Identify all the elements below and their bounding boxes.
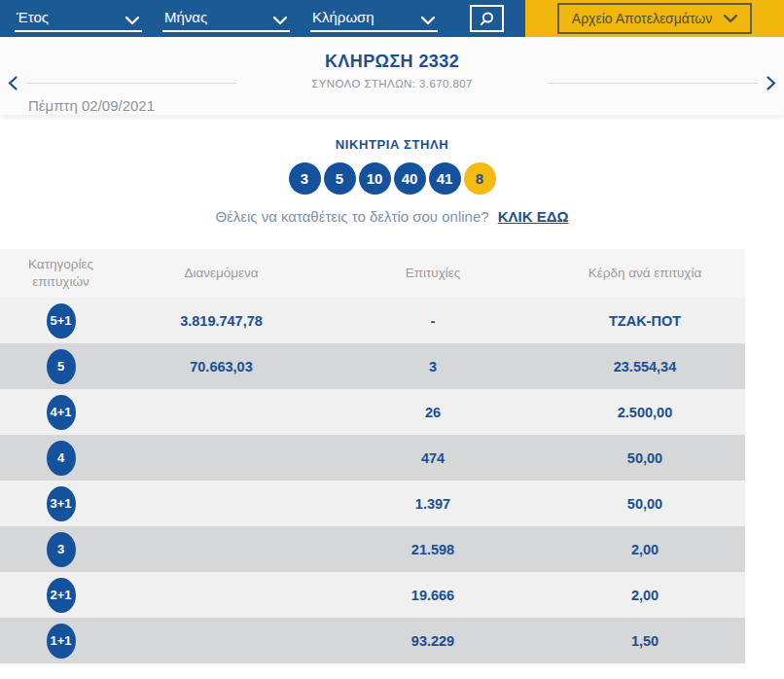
table-row: 2+119.6662,00 <box>0 572 745 618</box>
winning-number-ball: 41 <box>429 162 461 195</box>
draw-nav-header: Πέμπτη 02/09/2021 ΚΛΗΡΩΣΗ 2332 ΣΥΝΟΛΟ ΣΤ… <box>0 37 784 115</box>
table-row: 1+193.2291,50 <box>0 618 745 663</box>
winners-value: 26 <box>321 405 545 420</box>
online-cta-text: Θέλεις να καταθέτεις το δελτίο σου onlin… <box>215 208 488 225</box>
category-cell: 2+1 <box>0 578 122 613</box>
category-cell: 1+1 <box>0 624 122 659</box>
prize-value: 2.500,00 <box>545 405 745 420</box>
prize-value: ΤΖΑΚ-ΠΟΤ <box>545 313 745 329</box>
winners-value: 1.397 <box>321 496 545 512</box>
winners-value: 3 <box>321 359 545 375</box>
table-row: 447450,00 <box>0 435 745 481</box>
search-button[interactable] <box>470 5 504 32</box>
category-cell: 3 <box>0 532 122 567</box>
prize-value: 2,00 <box>545 588 745 603</box>
joker-number-ball: 8 <box>464 162 496 195</box>
category-badge: 5 <box>47 349 76 384</box>
table-row: 5+13.819.747,78-ΤΖΑΚ-ΠΟΤ <box>0 298 745 343</box>
next-draw-area <box>548 76 776 90</box>
results-table-header: Κατηγορίες επιτυχιών Διανεμόμενα Επιτυχί… <box>0 249 745 298</box>
category-cell: 4 <box>0 441 122 476</box>
chevron-right-icon[interactable] <box>766 76 776 90</box>
category-cell: 5+1 <box>0 304 122 339</box>
winning-number-ball: 10 <box>359 162 391 195</box>
winners-value: - <box>321 313 545 329</box>
table-row: 3+11.39750,00 <box>0 481 745 526</box>
category-cell: 4+1 <box>0 395 122 430</box>
prize-value: 50,00 <box>545 450 745 466</box>
prize-value: 23.554,34 <box>545 359 745 375</box>
chevron-down-icon <box>273 17 287 25</box>
divider-line <box>548 83 758 84</box>
winning-number-ball: 5 <box>324 162 356 195</box>
category-cell: 3+1 <box>0 486 122 521</box>
winning-number-ball: 40 <box>394 162 426 195</box>
column-header-winners: Επιτυχίες <box>321 265 545 282</box>
month-dropdown[interactable]: Μήνας <box>162 6 290 32</box>
winning-numbers: 351040418 <box>0 162 784 195</box>
results-table-body: 5+13.819.747,78-ΤΖΑΚ-ΠΟΤ570.663,03323.55… <box>0 298 745 663</box>
distributed-value: 3.819.747,78 <box>122 313 321 329</box>
results-table: Κατηγορίες επιτυχιών Διανεμόμενα Επιτυχί… <box>0 249 745 663</box>
category-badge: 5+1 <box>47 304 76 339</box>
draw-title: ΚΛΗΡΩΣΗ 2332 <box>0 52 784 72</box>
table-row: 321.5982,00 <box>0 526 745 572</box>
prize-value: 2,00 <box>545 542 745 557</box>
table-row: 570.663,03323.554,34 <box>0 343 745 389</box>
chevron-down-icon <box>724 15 737 23</box>
category-badge: 1+1 <box>47 624 76 659</box>
column-header-categories: Κατηγορίες επιτυχιών <box>0 256 122 291</box>
prize-value: 1,50 <box>545 633 745 649</box>
category-badge: 3+1 <box>47 486 76 521</box>
filter-bar-yellow-section: Αρχείο Αποτελεσμάτων <box>525 0 784 37</box>
results-archive-button[interactable]: Αρχείο Αποτελεσμάτων <box>557 3 752 34</box>
category-badge: 3 <box>47 532 76 567</box>
chevron-down-icon <box>421 17 435 25</box>
distributed-value: 70.663,03 <box>122 359 321 375</box>
winning-number-ball: 3 <box>289 162 321 195</box>
category-badge: 4 <box>47 441 76 476</box>
month-dropdown-label: Μήνας <box>164 9 207 25</box>
table-row: 4+1262.500,00 <box>0 389 745 435</box>
category-cell: 5 <box>0 349 122 384</box>
year-dropdown-label: Έτος <box>17 9 49 25</box>
filter-bar-blue-section: Έτος Μήνας Κλήρωση <box>0 0 525 37</box>
column-header-distributed: Διανεμόμενα <box>122 265 321 282</box>
chevron-down-icon <box>125 17 139 25</box>
results-archive-label: Αρχείο Αποτελεσμάτων <box>572 11 712 26</box>
column-header-prize: Κέρδη ανά επιτυχία <box>545 265 745 282</box>
click-here-link[interactable]: ΚΛΙΚ ΕΔΩ <box>498 208 569 225</box>
winning-column-heading: ΝΙΚΗΤΡΙΑ ΣΤΗΛΗ <box>0 137 784 152</box>
search-icon <box>479 11 495 27</box>
winners-value: 19.666 <box>321 588 545 603</box>
online-cta: Θέλεις να καταθέτεις το δελτίο σου onlin… <box>0 208 784 225</box>
draw-date: Πέμπτη 02/09/2021 <box>28 97 236 114</box>
winners-value: 474 <box>321 450 545 466</box>
category-badge: 4+1 <box>47 395 76 430</box>
winners-value: 93.229 <box>321 633 545 649</box>
filter-bar: Έτος Μήνας Κλήρωση <box>0 0 784 37</box>
category-badge: 2+1 <box>47 578 76 613</box>
draw-dropdown-label: Κλήρωση <box>312 9 374 25</box>
prize-value: 50,00 <box>545 496 745 512</box>
winners-value: 21.598 <box>321 542 545 557</box>
year-dropdown[interactable]: Έτος <box>15 6 142 32</box>
draw-dropdown[interactable]: Κλήρωση <box>310 6 438 32</box>
